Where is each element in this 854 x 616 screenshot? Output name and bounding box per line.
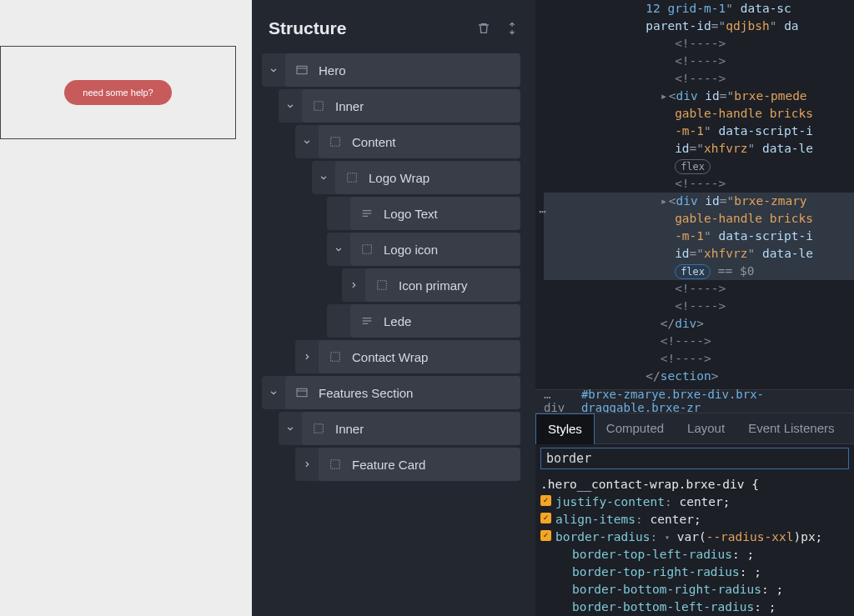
canvas-frame[interactable]: need some help? (0, 46, 236, 139)
tree-row-inner[interactable]: Lede (350, 304, 520, 338)
checkbox-icon[interactable] (540, 495, 551, 506)
chevron-down-icon[interactable] (279, 423, 302, 434)
breadcrumb-selected[interactable]: #brxe-zmarye.brxe-div.brx-draggable.brxe… (581, 388, 846, 414)
chevron-down-icon[interactable] (312, 172, 335, 183)
css-declaration[interactable]: align-items: center; (540, 511, 849, 528)
tree-row[interactable]: Hero (262, 53, 520, 87)
code-line[interactable]: flex == $0 (544, 263, 854, 280)
devtools-panel: ⋯ 12 grid-m-1" data-sc parent-id="qdjbsh… (535, 0, 854, 616)
code-line[interactable]: -m-1" data-script-i (544, 123, 854, 140)
tree-row[interactable]: Content (295, 125, 520, 158)
tab-computed[interactable]: Computed (595, 413, 676, 443)
code-line[interactable]: </div> (544, 315, 854, 333)
tree-row[interactable]: Logo Text (327, 197, 520, 230)
tree-row-inner[interactable]: Icon primary (365, 268, 520, 302)
canvas-panel: need some help? (0, 0, 252, 616)
tree-row-label: Contact Wrap (352, 350, 428, 364)
code-line[interactable]: id="xhfvrz" data-le (544, 245, 854, 263)
overflow-ellipsis-icon[interactable]: ⋯ (539, 203, 546, 222)
chevron-right-icon[interactable] (295, 458, 319, 470)
expand-icon[interactable] (505, 22, 519, 35)
code-line[interactable]: <!----> (544, 333, 854, 350)
div-icon (327, 458, 344, 471)
css-declaration-text: border-radius: ▾ var(--radius-xxl)px; (555, 530, 822, 543)
chevron-right-icon[interactable] (342, 279, 365, 291)
code-line[interactable]: <!----> (544, 175, 854, 193)
code-line[interactable]: -m-1" data-script-i (544, 228, 854, 245)
tree-row-inner[interactable]: Inner (302, 89, 520, 123)
tree-row-label: Inner (335, 422, 364, 436)
tree-row-inner[interactable]: Contact Wrap (319, 340, 520, 373)
code-line[interactable]: <!----> (544, 350, 854, 368)
tree-row-label: Feature Card (352, 458, 425, 472)
chevron-down-icon[interactable] (295, 136, 319, 148)
section-icon (294, 386, 310, 399)
tree-row-label: Inner (335, 99, 364, 113)
checkbox-icon[interactable] (540, 530, 551, 541)
styles-filter-input[interactable] (540, 448, 849, 469)
css-declaration[interactable]: border-radius: ▾ var(--radius-xxl)px; (540, 528, 849, 546)
tree-row[interactable]: Features Section (262, 376, 520, 409)
tree-row-label: Lede (384, 314, 411, 328)
structure-header: Structure (252, 0, 535, 53)
devtools-tabs: StylesComputedLayoutEvent Listeners (535, 413, 854, 444)
chevron-right-icon[interactable] (295, 351, 319, 363)
tree-row-inner[interactable]: Logo Wrap (335, 161, 520, 194)
tree-row-inner[interactable]: Hero (285, 53, 520, 87)
tree-row-inner[interactable]: Logo Text (350, 197, 520, 230)
tab-event-listeners[interactable]: Event Listeners (736, 413, 846, 443)
code-line[interactable]: id="xhfvrz" data-le (544, 140, 854, 158)
code-line[interactable]: <!----> (544, 298, 854, 315)
tree-row[interactable]: Logo icon (327, 233, 520, 266)
chevron-down-icon[interactable] (262, 64, 285, 76)
tree-row[interactable]: Contact Wrap (295, 340, 520, 373)
structure-title: Structure (269, 18, 346, 38)
code-line[interactable]: <!----> (544, 385, 854, 389)
tree-row-label: Hero (319, 63, 346, 78)
tree-row-inner[interactable]: Content (319, 125, 520, 158)
styles-rules: .hero__contact-wrap.brxe-div { justify-c… (535, 473, 854, 616)
tree-row-inner[interactable]: Logo icon (350, 233, 520, 266)
code-line[interactable]: <!----> (544, 70, 854, 88)
tree-row[interactable]: Icon primary (342, 268, 520, 302)
code-line[interactable]: gable-handle bricks (544, 210, 854, 228)
chevron-down-icon[interactable] (262, 387, 285, 398)
structure-tree: HeroInnerContentLogo WrapLogo TextLogo i… (252, 53, 535, 483)
structure-panel: Structure HeroInnerContentLogo WrapLogo … (252, 0, 535, 616)
code-line[interactable]: <!----> (544, 53, 854, 70)
tree-row-label: Logo Wrap (369, 171, 430, 185)
chevron-down-icon[interactable] (279, 100, 302, 112)
tab-styles[interactable]: Styles (535, 413, 595, 444)
tree-row[interactable]: Feature Card (295, 448, 520, 481)
css-sub-declaration[interactable]: border-top-right-radius: ; (540, 563, 849, 581)
tab-layout[interactable]: Layout (676, 413, 736, 443)
code-line[interactable]: gable-handle bricks (544, 105, 854, 123)
css-sub-declaration[interactable]: border-top-left-radius: ; (540, 546, 849, 563)
code-line[interactable]: <!----> (544, 280, 854, 298)
rule-selector[interactable]: .hero__contact-wrap.brxe-div { (540, 476, 849, 493)
elements-code-area[interactable]: ⋯ 12 grid-m-1" data-sc parent-id="qdjbsh… (535, 0, 854, 389)
tree-row[interactable]: Inner (279, 89, 520, 123)
css-sub-declaration[interactable]: border-bottom-left-radius: ; (540, 598, 849, 616)
tree-row[interactable]: Lede (327, 304, 520, 338)
text-icon (359, 207, 375, 220)
code-line[interactable]: flex (544, 158, 854, 175)
help-button[interactable]: need some help? (64, 80, 171, 105)
code-line[interactable]: parent-id="qdjbsh" da (544, 18, 854, 35)
css-declaration[interactable]: justify-content: center; (540, 493, 849, 511)
code-line[interactable]: ▸<div id="brxe-pmede (544, 88, 854, 105)
code-line[interactable]: </section> (544, 368, 854, 385)
css-sub-declaration[interactable]: border-bottom-right-radius: ; (540, 581, 849, 598)
tree-row-inner[interactable]: Features Section (285, 376, 520, 409)
trash-icon[interactable] (477, 22, 490, 35)
breadcrumb-bar[interactable]: … div #brxe-zmarye.brxe-div.brx-draggabl… (535, 389, 854, 413)
chevron-down-icon[interactable] (327, 243, 350, 255)
tree-row-inner[interactable]: Feature Card (319, 448, 520, 481)
code-line[interactable]: ▸<div id="brxe-zmary (544, 193, 854, 210)
tree-row[interactable]: Logo Wrap (312, 161, 520, 194)
code-line[interactable]: 12 grid-m-1" data-sc (544, 0, 854, 18)
tree-row[interactable]: Inner (279, 412, 520, 445)
checkbox-icon[interactable] (540, 513, 551, 523)
code-line[interactable]: <!----> (544, 35, 854, 53)
tree-row-inner[interactable]: Inner (302, 412, 520, 445)
